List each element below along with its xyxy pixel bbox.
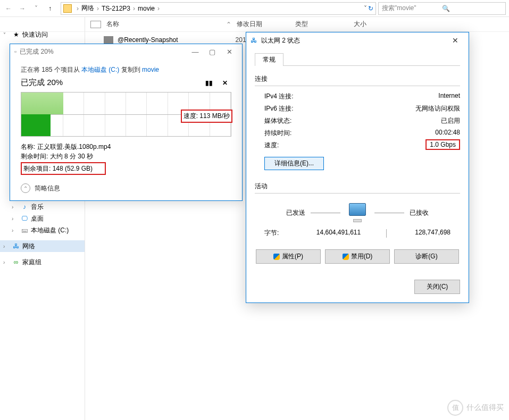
chevron-right-icon[interactable]: › xyxy=(3,259,10,265)
minimize-button[interactable]: — xyxy=(187,46,204,57)
sidebar-item-label: 家庭组 xyxy=(22,258,41,267)
duration-value: 00:02:48 xyxy=(435,129,460,138)
dest-link[interactable]: movie xyxy=(142,66,159,73)
chevron-down-icon[interactable]: ˅ xyxy=(364,5,367,12)
search-input[interactable]: 搜索"movie" 🔍 xyxy=(378,2,506,15)
sidebar-item-desktop[interactable]: › 🖵 桌面 xyxy=(0,213,85,224)
cancel-button[interactable]: ✕ xyxy=(219,79,231,87)
watermark-icon: 值 xyxy=(447,400,463,416)
folder-icon xyxy=(104,36,113,44)
drive-icon: 🖴 xyxy=(20,226,29,234)
chevron-right-icon: › xyxy=(156,5,161,12)
sidebar-item-homegroup[interactable]: › ∞ 家庭组 xyxy=(0,256,85,268)
shield-icon xyxy=(343,254,349,260)
copy-message: 正在将 185 个项目从 本地磁盘 (C:) 复制到 movie xyxy=(21,65,231,74)
bytes-label: 字节: xyxy=(264,229,296,238)
chevron-right-icon: › xyxy=(131,5,137,12)
list-item[interactable]: @Recently-Snapshot 2018 xyxy=(104,36,249,44)
toggle-label: 简略信息 xyxy=(35,184,60,193)
section-activity: 活动 xyxy=(255,182,460,191)
copy-progress-dialog: ▫ 已完成 20% — ▢ ✕ 正在将 185 个项目从 本地磁盘 (C:) 复… xyxy=(10,44,243,201)
close-button[interactable]: ✕ xyxy=(446,35,464,46)
star-icon: ★ xyxy=(12,30,20,39)
copy-items-remaining: 剩余项目: 148 (52.9 GB) xyxy=(21,162,106,175)
sidebar-item-network[interactable]: › 🖧 网络 xyxy=(0,240,85,252)
activity-diagram: 已发送 已接收 xyxy=(255,199,460,226)
media-value: 已启用 xyxy=(441,116,460,125)
tab-general[interactable]: 常规 xyxy=(255,53,283,66)
column-header-size[interactable]: 大小 xyxy=(354,20,396,29)
folder-icon xyxy=(63,4,72,13)
sidebar-item-local-disk[interactable]: › 🖴 本地磁盘 (C:) xyxy=(0,224,85,236)
up-button[interactable]: ↑ xyxy=(44,2,56,15)
speed-label: 速度: 113 MB/秒 xyxy=(181,110,232,123)
recent-dropdown[interactable]: ˅ xyxy=(30,2,43,15)
column-header-modified[interactable]: 修改日期 xyxy=(237,20,295,29)
close-button[interactable]: ✕ xyxy=(221,46,238,57)
speed-value: 1.0 Gbps xyxy=(425,139,460,150)
pause-button[interactable]: ▮▮ xyxy=(203,79,215,87)
column-header-type[interactable]: 类型 xyxy=(295,20,354,29)
explorer-toolbar: ← → ˅ ↑ › 网络 › TS-212P3 › movie › ˅ ↻ 搜索… xyxy=(0,0,509,17)
sidebar-item-label: 音乐 xyxy=(31,203,44,212)
search-icon: 🔍 xyxy=(442,5,502,12)
received-label: 已接收 xyxy=(410,208,429,217)
chevron-up-icon: ⌃ xyxy=(21,183,30,193)
file-icon: ▫ xyxy=(14,48,16,55)
chevron-right-icon[interactable]: › xyxy=(12,216,18,222)
dialog-titlebar[interactable]: 🖧 以太网 2 状态 ✕ xyxy=(246,32,469,48)
homegroup-icon: ∞ xyxy=(12,258,20,266)
ipv4-value: Internet xyxy=(438,92,460,101)
forward-button[interactable]: → xyxy=(16,2,29,15)
sent-label: 已发送 xyxy=(286,208,305,217)
sidebar-item-label: 网络 xyxy=(22,242,35,251)
maximize-button[interactable]: ▢ xyxy=(204,46,221,57)
chevron-right-icon[interactable]: › xyxy=(3,243,10,249)
desktop-icon: 🖵 xyxy=(20,214,29,223)
sidebar-item-label: 本地磁盘 (C:) xyxy=(31,226,69,235)
chevron-down-icon[interactable]: ˅ xyxy=(3,32,10,38)
breadcrumb[interactable]: TS-212P3 xyxy=(101,5,131,12)
copy-time-remaining: 剩余时间: 大约 8 分 30 秒 xyxy=(21,152,231,161)
search-placeholder: 搜索"movie" xyxy=(382,4,442,13)
bytes-recv-value: 128,747,698 xyxy=(392,229,450,238)
file-name: @Recently-Snapshot xyxy=(118,36,178,44)
ipv6-label: IPv6 连接: xyxy=(264,104,415,113)
media-label: 媒体状态: xyxy=(264,116,441,125)
select-all-checkbox[interactable] xyxy=(90,21,101,28)
copy-filename: 名称: 正义联盟.美版.1080p.mp4 xyxy=(21,142,231,152)
close-dialog-button[interactable]: 关闭(C) xyxy=(414,280,460,294)
sidebar-item-label: 快速访问 xyxy=(22,30,48,39)
computer-icon xyxy=(346,203,369,222)
refresh-icon[interactable]: ↻ xyxy=(368,5,373,12)
tab-strip: 常规 xyxy=(255,53,460,66)
sidebar-item-music[interactable]: › ♪ 音乐 xyxy=(0,201,85,213)
dialog-titlebar[interactable]: ▫ 已完成 20% — ▢ ✕ xyxy=(10,44,242,59)
properties-button[interactable]: 属性(P) xyxy=(256,249,321,264)
sidebar-item-label: 桌面 xyxy=(31,214,44,223)
column-header-name[interactable]: 名称 xyxy=(101,20,221,29)
source-link[interactable]: 本地磁盘 (C:) xyxy=(81,66,119,73)
dialog-title: 已完成 20% xyxy=(20,47,53,56)
back-button[interactable]: ← xyxy=(2,2,15,15)
toggle-details-button[interactable]: ⌃ 简略信息 xyxy=(21,183,231,193)
ipv4-label: IPv4 连接: xyxy=(264,92,438,101)
ethernet-status-dialog: 🖧 以太网 2 状态 ✕ 常规 连接 IPv4 连接:Internet IPv6… xyxy=(246,32,469,303)
chevron-right-icon[interactable]: › xyxy=(12,204,18,210)
chevron-right-icon[interactable]: › xyxy=(12,228,18,233)
sort-indicator-icon: ⌃ xyxy=(221,21,237,28)
sidebar-item-quick-access[interactable]: ˅ ★ 快速访问 xyxy=(0,29,85,40)
ipv6-value: 无网络访问权限 xyxy=(415,104,460,113)
diagnose-button[interactable]: 诊断(G) xyxy=(394,249,459,264)
breadcrumb[interactable]: 网络 xyxy=(80,4,95,13)
watermark-text: 什么值得买 xyxy=(466,403,504,413)
music-icon: ♪ xyxy=(20,203,29,211)
network-adapter-icon: 🖧 xyxy=(251,37,258,44)
address-bar[interactable]: › 网络 › TS-212P3 › movie › ˅ ↻ xyxy=(61,2,376,15)
details-button[interactable]: 详细信息(E)... xyxy=(264,157,324,170)
breadcrumb[interactable]: movie xyxy=(137,5,156,12)
watermark: 值 什么值得买 xyxy=(447,400,504,416)
section-connection: 连接 xyxy=(255,74,460,83)
disable-button[interactable]: 禁用(D) xyxy=(325,249,390,264)
duration-label: 持续时间: xyxy=(264,129,435,138)
